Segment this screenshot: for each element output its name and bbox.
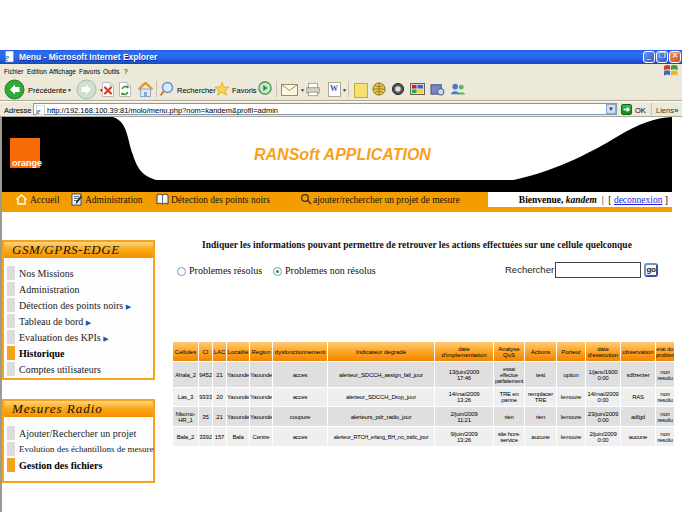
svg-text:e: e <box>37 106 41 116</box>
svg-text:e: e <box>5 52 10 63</box>
